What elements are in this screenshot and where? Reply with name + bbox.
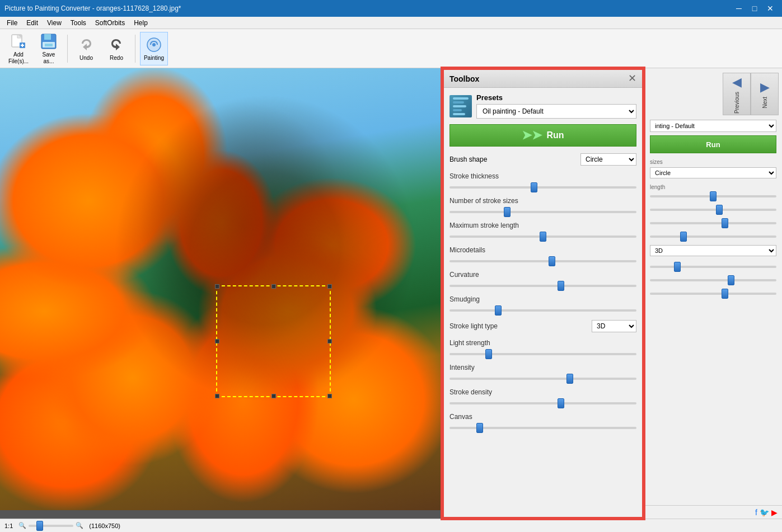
far-right-length-slider[interactable] xyxy=(650,195,776,197)
toolbar-separator-1 xyxy=(67,35,68,63)
far-right-slider2-row xyxy=(650,218,776,226)
far-right-slider3[interactable] xyxy=(650,236,776,238)
save-as-icon xyxy=(40,32,58,50)
menu-softorbits[interactable]: SoftOrbits xyxy=(91,18,129,28)
far-right-light-type-row: 3D Flat xyxy=(650,245,776,256)
undo-label: Undo xyxy=(79,55,93,61)
painting-canvas xyxy=(0,68,442,510)
presets-bar-5 xyxy=(453,113,465,115)
stroke-light-type-select[interactable]: 3D Flat None xyxy=(592,320,636,332)
max-stroke-length-slider[interactable] xyxy=(449,236,636,238)
microdetails-slider[interactable] xyxy=(449,260,636,262)
zoom-in-icon[interactable]: 🔍 xyxy=(76,522,83,529)
max-stroke-length-label: Maximum stroke length xyxy=(449,222,636,229)
presets-row: Presets Oil painting - Default Oil paint… xyxy=(449,93,636,119)
far-right-light-type-select[interactable]: 3D Flat xyxy=(650,245,776,256)
stroke-light-type-row: Stroke light type 3D Flat None xyxy=(449,320,636,332)
next-button[interactable]: ▶ Next xyxy=(751,73,779,115)
curvature-slider[interactable] xyxy=(449,285,636,287)
far-right-slider1-row xyxy=(650,205,776,213)
far-right-length-row: length xyxy=(650,184,776,199)
light-strength-slider[interactable] xyxy=(449,353,636,355)
far-right-content: inting - Default Run sizes Circle Square… xyxy=(648,120,779,296)
far-right-preset-select[interactable]: inting - Default xyxy=(650,120,776,132)
previous-button[interactable]: ◀ Previous xyxy=(723,73,751,115)
stroke-density-slider[interactable] xyxy=(449,402,636,404)
toolbox-title: Toolbox xyxy=(449,74,479,83)
far-right-panel: ◀ Previous ▶ Next inting - Default Run s… xyxy=(644,68,782,519)
save-as-button[interactable]: Saveas... xyxy=(35,32,63,65)
microdetails-label: Microdetails xyxy=(449,246,636,254)
stroke-thickness-slider[interactable] xyxy=(449,186,636,189)
social-bar: f 🐦 ▶ xyxy=(644,505,782,519)
twitter-icon[interactable]: 🐦 xyxy=(760,508,769,517)
previous-label: Previous xyxy=(734,92,740,114)
far-right-slider6[interactable] xyxy=(650,293,776,295)
far-right-slider1[interactable] xyxy=(650,209,776,211)
maximize-button[interactable]: □ xyxy=(747,3,762,14)
stroke-thickness-row: Stroke thickness xyxy=(449,172,636,190)
far-right-slider5[interactable] xyxy=(650,279,776,281)
stroke-density-row: Stroke density xyxy=(449,388,636,406)
far-right-slider2[interactable] xyxy=(650,222,776,224)
menu-view[interactable]: View xyxy=(43,18,66,28)
brush-shape-row: Brush shape Circle Square Diamond xyxy=(449,153,636,166)
toolbox-content: Presets Oil painting - Default Oil paint… xyxy=(444,88,642,517)
smudging-slider[interactable] xyxy=(449,309,636,312)
presets-right: Presets Oil painting - Default Oil paint… xyxy=(476,93,636,119)
brush-shape-label: Brush shape xyxy=(449,156,580,163)
main-area: Toolbox ✕ Presets xyxy=(0,68,782,519)
presets-icon xyxy=(449,95,472,117)
far-right-slider6-row xyxy=(650,289,776,296)
close-button[interactable]: ✕ xyxy=(763,3,778,14)
add-file-button[interactable]: AddFile(s)... xyxy=(4,32,32,65)
presets-bar-4 xyxy=(453,109,462,111)
menu-help[interactable]: Help xyxy=(129,18,152,28)
far-right-slider5-row xyxy=(650,275,776,283)
undo-button[interactable]: Undo xyxy=(72,32,100,65)
close-icon: ✕ xyxy=(628,73,636,84)
menu-file[interactable]: File xyxy=(2,18,22,28)
redo-label: Redo xyxy=(110,55,123,61)
canvas-area[interactable] xyxy=(0,68,442,519)
curvature-row: Curvature xyxy=(449,271,636,289)
run-label: Run xyxy=(546,130,564,140)
far-right-brush-shape-row: sizes Circle Square xyxy=(650,159,776,178)
presets-select[interactable]: Oil painting - Default Oil painting - So… xyxy=(476,104,636,119)
youtube-icon[interactable]: ▶ xyxy=(771,508,778,517)
stroke-sizes-row: Number of stroke sizes xyxy=(449,197,636,215)
facebook-icon[interactable]: f xyxy=(755,508,757,517)
previous-arrow-icon: ◀ xyxy=(732,75,742,90)
stroke-light-type-label: Stroke light type xyxy=(449,322,587,330)
undo-icon xyxy=(77,36,95,54)
intensity-slider[interactable] xyxy=(449,378,636,380)
coordinates: (1160x750) xyxy=(89,522,120,529)
far-right-slider4[interactable] xyxy=(650,266,776,268)
curvature-label: Curvature xyxy=(449,271,636,279)
run-button[interactable]: ➤➤ Run xyxy=(449,124,636,147)
painting-label: Painting xyxy=(144,55,164,61)
redo-button[interactable]: Redo xyxy=(102,32,130,65)
save-as-label: Saveas... xyxy=(43,51,55,65)
far-right-run-label: Run xyxy=(706,140,720,149)
menu-tools[interactable]: Tools xyxy=(66,18,91,28)
far-right-brush-shape-select[interactable]: Circle Square xyxy=(650,167,776,178)
canvas-slider[interactable] xyxy=(449,427,636,429)
presets-bar-2 xyxy=(453,101,464,103)
stroke-sizes-slider[interactable] xyxy=(449,211,636,213)
toolbox-panel: Toolbox ✕ Presets xyxy=(442,68,644,519)
painting-button[interactable]: Painting xyxy=(140,32,168,65)
menu-edit[interactable]: Edit xyxy=(22,18,43,28)
nav-buttons: ◀ Previous ▶ Next xyxy=(648,73,779,115)
zoom-out-icon[interactable]: 🔍 xyxy=(18,522,26,529)
next-arrow-icon: ▶ xyxy=(760,80,770,95)
svg-point-11 xyxy=(152,43,156,46)
far-right-run-button[interactable]: Run xyxy=(650,135,776,153)
toolbox-close-button[interactable]: ✕ xyxy=(628,73,636,84)
title-bar-controls: ─ □ ✕ xyxy=(732,3,778,14)
painting-icon xyxy=(145,36,163,54)
zoom-slider[interactable] xyxy=(29,525,73,527)
brush-shape-select[interactable]: Circle Square Diamond xyxy=(580,153,636,166)
presets-label: Presets xyxy=(476,93,636,102)
minimize-button[interactable]: ─ xyxy=(732,3,746,14)
